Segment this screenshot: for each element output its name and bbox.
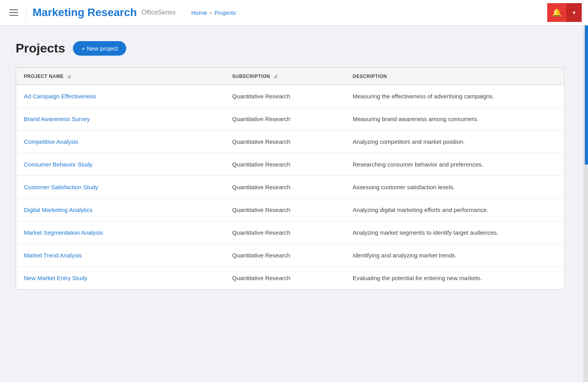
table-row: New Market Entry StudyQuantitative Resea…	[16, 267, 564, 290]
cell-project-name: Competitive Analysis	[16, 130, 224, 153]
cell-subscription: Quantitative Research	[224, 267, 345, 290]
cell-description: Measuring the effectiveness of advertisi…	[345, 85, 564, 108]
cell-description: Identifying and analyzing market trends.	[345, 244, 564, 267]
projects-table: PROJECT NAME ⊿ SUBSCRIPTION ⊿ DESCRIPTIO…	[16, 68, 564, 289]
table-body: Ad Campaign EffectivenessQuantitative Re…	[16, 85, 564, 290]
filter-icon-subscription[interactable]: ⊿	[273, 73, 278, 79]
chevron-down-icon: ▾	[573, 9, 575, 16]
main-content: Projects + New project PROJECT NAME ⊿ SU…	[0, 25, 588, 305]
project-link[interactable]: Digital Marketing Analytics	[24, 206, 93, 213]
breadcrumb-home[interactable]: Home	[191, 9, 207, 16]
header-actions: 🔔 ▾	[547, 3, 582, 22]
cell-description: Assessing customer satisfaction levels.	[345, 176, 564, 199]
hamburger-menu[interactable]	[6, 6, 21, 19]
cell-project-name: Brand Awareness Survey	[16, 108, 224, 130]
cell-description: Analyzing competitors and market positio…	[345, 130, 564, 153]
user-dropdown-button[interactable]: ▾	[566, 3, 582, 22]
cell-subscription: Quantitative Research	[224, 85, 345, 108]
cell-subscription: Quantitative Research	[224, 153, 345, 176]
table-row: Consumer Behavior StudyQuantitative Rese…	[16, 153, 564, 176]
filter-icon-name[interactable]: ⊿	[67, 73, 71, 79]
notification-button[interactable]: 🔔	[547, 3, 566, 22]
project-link[interactable]: Customer Satisfaction Study	[24, 184, 98, 190]
page-title: Projects	[16, 41, 65, 56]
table-row: Market Trend AnalysisQuantitative Resear…	[16, 244, 564, 267]
new-project-button[interactable]: + New project	[73, 41, 126, 56]
cell-description: Analyzing market segments to identify ta…	[345, 221, 564, 244]
cell-subscription: Quantitative Research	[224, 108, 345, 130]
notification-icon: 🔔	[552, 8, 562, 17]
cell-project-name: Consumer Behavior Study	[16, 153, 224, 176]
col-header-subscription: SUBSCRIPTION ⊿	[224, 68, 345, 85]
cell-project-name: Market Trend Analysis	[16, 244, 224, 267]
cell-subscription: Quantitative Research	[224, 244, 345, 267]
project-link[interactable]: Market Segmentation Analysis	[24, 229, 103, 236]
scrollbar-track	[583, 0, 588, 382]
col-header-name: PROJECT NAME ⊿	[16, 68, 224, 85]
table-row: Competitive AnalysisQuantitative Researc…	[16, 130, 564, 153]
table-row: Market Segmentation AnalysisQuantitative…	[16, 221, 564, 244]
cell-description: Researching consumer behavior and prefer…	[345, 153, 564, 176]
cell-project-name: New Market Entry Study	[16, 267, 224, 290]
cell-subscription: Quantitative Research	[224, 176, 345, 199]
breadcrumb: Home » Projects	[191, 9, 236, 16]
project-link[interactable]: New Market Entry Study	[24, 275, 87, 281]
breadcrumb-current: Projects	[214, 9, 236, 16]
cell-subscription: Quantitative Research	[224, 199, 345, 221]
breadcrumb-separator: »	[209, 10, 212, 16]
col-header-description: DESCRIPTION	[345, 68, 564, 85]
app-title: Marketing Research	[33, 6, 137, 19]
project-link[interactable]: Competitive Analysis	[24, 138, 78, 145]
cell-subscription: Quantitative Research	[224, 130, 345, 153]
projects-table-container: PROJECT NAME ⊿ SUBSCRIPTION ⊿ DESCRIPTIO…	[16, 67, 564, 290]
project-link[interactable]: Brand Awareness Survey	[24, 116, 90, 122]
table-row: Customer Satisfaction StudyQuantitative …	[16, 176, 564, 199]
cell-project-name: Customer Satisfaction Study	[16, 176, 224, 199]
cell-project-name: Market Segmentation Analysis	[16, 221, 224, 244]
cell-description: Evaluating the potential for entering ne…	[345, 267, 564, 290]
table-row: Brand Awareness SurveyQuantitative Resea…	[16, 108, 564, 130]
cell-project-name: Ad Campaign Effectiveness	[16, 85, 224, 108]
app-header: Marketing Research OfficeSeries Home » P…	[0, 0, 588, 25]
project-link[interactable]: Market Trend Analysis	[24, 252, 82, 259]
project-link[interactable]: Consumer Behavior Study	[24, 161, 93, 168]
table-row: Ad Campaign EffectivenessQuantitative Re…	[16, 85, 564, 108]
header-divider	[26, 5, 26, 20]
cell-description: Measuring brand awareness among consumer…	[345, 108, 564, 130]
page-header: Projects + New project	[16, 41, 572, 56]
table-header: PROJECT NAME ⊿ SUBSCRIPTION ⊿ DESCRIPTIO…	[16, 68, 564, 85]
cell-description: Analyzing digital marketing efforts and …	[345, 199, 564, 221]
app-subtitle: OfficeSeries	[142, 9, 176, 16]
cell-subscription: Quantitative Research	[224, 221, 345, 244]
cell-project-name: Digital Marketing Analytics	[16, 199, 224, 221]
project-link[interactable]: Ad Campaign Effectiveness	[24, 93, 96, 100]
table-row: Digital Marketing AnalyticsQuantitative …	[16, 199, 564, 221]
